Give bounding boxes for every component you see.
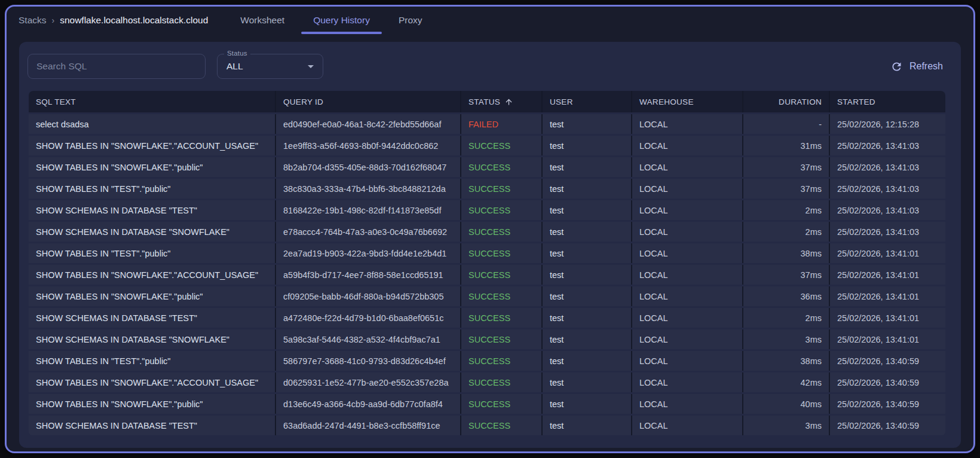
cell-started: 25/02/2026, 13:41:01 (830, 243, 945, 263)
breadcrumb-separator: › (52, 16, 55, 25)
table-row[interactable]: select dsadsaed0490ef-e0a0-46a1-8c42-2fe… (29, 114, 945, 134)
cell-started: 25/02/2026, 12:15:28 (830, 114, 945, 134)
cell-query_id: d13e6c49-a366-4cb9-aa9d-6db77c0fa8f4 (276, 394, 461, 414)
table-row[interactable]: SHOW TABLES IN "TEST"."public"2ea7ad19-b… (29, 243, 945, 263)
cell-sql: SHOW SCHEMAS IN DATABASE "TEST" (29, 416, 276, 435)
cell-query_id: 5a98c3af-5446-4382-a532-4f4cbf9ac7a1 (276, 329, 461, 349)
cell-status: SUCCESS (461, 351, 543, 371)
breadcrumb-stack-name: snowflake.localhost.localstack.cloud (60, 15, 208, 26)
cell-duration: 37ms (743, 179, 830, 199)
cell-warehouse: LOCAL (632, 416, 743, 435)
cell-warehouse: LOCAL (632, 179, 743, 199)
table-row[interactable]: SHOW TABLES IN "SNOWFLAKE"."public"cf092… (29, 286, 945, 306)
table-row[interactable]: SHOW TABLES IN "SNOWFLAKE"."public"d13e6… (29, 394, 945, 414)
table-row[interactable]: SHOW SCHEMAS IN DATABASE "SNOWFLAKE"5a98… (29, 329, 945, 349)
column-header-query_id[interactable]: QUERY ID (276, 91, 461, 112)
query-history-table: SQL TEXTQUERY IDSTATUSUSERWAREHOUSEDURAT… (29, 91, 945, 435)
cell-sql: SHOW TABLES IN "SNOWFLAKE"."ACCOUNT_USAG… (29, 372, 276, 392)
search-input[interactable] (27, 54, 206, 79)
cell-warehouse: LOCAL (632, 265, 743, 285)
column-header-started[interactable]: STARTED (830, 91, 945, 112)
app-window: Stacks › snowflake.localhost.localstack.… (5, 5, 975, 453)
cell-started: 25/02/2026, 13:41:03 (830, 222, 945, 242)
cell-query_id: 8b2ab704-d355-405e-88d3-70d162f68047 (276, 157, 461, 177)
table-body: select dsadsaed0490ef-e0a0-46a1-8c42-2fe… (29, 114, 945, 435)
cell-duration: 3ms (743, 329, 830, 349)
table-row[interactable]: SHOW TABLES IN "SNOWFLAKE"."ACCOUNT_USAG… (29, 136, 945, 155)
cell-user: test (543, 329, 632, 349)
cell-sql: SHOW TABLES IN "SNOWFLAKE"."public" (29, 157, 276, 177)
table-row[interactable]: SHOW SCHEMAS IN DATABASE "TEST"a472480e-… (29, 308, 945, 328)
cell-duration: 2ms (743, 200, 830, 220)
cell-started: 25/02/2026, 13:40:59 (830, 394, 945, 414)
column-header-duration[interactable]: DURATION (743, 91, 830, 112)
status-select[interactable]: Status ALL (217, 54, 323, 79)
cell-sql: SHOW SCHEMAS IN DATABASE "TEST" (29, 308, 276, 328)
tab-worksheet[interactable]: Worksheet (226, 7, 299, 34)
cell-sql: SHOW SCHEMAS IN DATABASE "TEST" (29, 200, 276, 220)
table-row[interactable]: SHOW TABLES IN "TEST"."public"38c830a3-3… (29, 179, 945, 199)
cell-warehouse: LOCAL (632, 286, 743, 306)
table-row[interactable]: SHOW SCHEMAS IN DATABASE "TEST"63ad6add-… (29, 416, 945, 435)
table-row[interactable]: SHOW TABLES IN "SNOWFLAKE"."public"8b2ab… (29, 157, 945, 177)
cell-query_id: cf09205e-babb-46df-880a-b94d572bb305 (276, 286, 461, 306)
cell-duration: 40ms (743, 394, 830, 414)
table-row[interactable]: SHOW TABLES IN "SNOWFLAKE"."ACCOUNT_USAG… (29, 265, 945, 285)
cell-started: 25/02/2026, 13:41:03 (830, 179, 945, 199)
column-header-status[interactable]: STATUS (461, 91, 543, 112)
cell-warehouse: LOCAL (632, 114, 743, 134)
tab-bar: WorksheetQuery HistoryProxy (226, 7, 436, 34)
column-header-warehouse[interactable]: WAREHOUSE (632, 91, 743, 112)
cell-duration: 38ms (743, 351, 830, 371)
column-header-label: STATUS (468, 97, 500, 106)
cell-user: test (543, 308, 632, 328)
cell-status: SUCCESS (461, 222, 543, 242)
cell-started: 25/02/2026, 13:41:03 (830, 157, 945, 177)
column-header-user[interactable]: USER (543, 91, 632, 112)
column-header-sql[interactable]: SQL TEXT (29, 91, 276, 112)
chevron-down-icon (304, 59, 318, 74)
cell-query_id: 2ea7ad19-b903-422a-9bd3-fdd4e1e2b4d1 (276, 243, 461, 263)
refresh-button[interactable]: Refresh (888, 57, 945, 75)
cell-duration: 37ms (743, 157, 830, 177)
cell-duration: 42ms (743, 372, 830, 392)
cell-user: test (543, 179, 632, 199)
cell-query_id: d0625931-1e52-477b-ae20-e552c357e28a (276, 372, 461, 392)
cell-sql: SHOW TABLES IN "TEST"."public" (29, 179, 276, 199)
cell-status: SUCCESS (461, 200, 543, 220)
tab-proxy[interactable]: Proxy (384, 7, 437, 34)
breadcrumb-stacks-link[interactable]: Stacks (19, 15, 47, 26)
table-row[interactable]: SHOW TABLES IN "SNOWFLAKE"."ACCOUNT_USAG… (29, 372, 945, 392)
cell-user: test (543, 136, 632, 155)
cell-warehouse: LOCAL (632, 136, 743, 155)
cell-status: SUCCESS (461, 394, 543, 414)
cell-duration: - (743, 114, 830, 134)
cell-status: SUCCESS (461, 157, 543, 177)
cell-status: SUCCESS (461, 136, 543, 155)
cell-user: test (543, 114, 632, 134)
cell-query_id: 63ad6add-247d-4491-b8e3-ccfb58ff91ce (276, 416, 461, 435)
cell-user: test (543, 372, 632, 392)
cell-started: 25/02/2026, 13:41:03 (830, 136, 945, 155)
cell-user: test (543, 416, 632, 435)
query-history-panel: Status ALL Refresh SQL TEXTQUERY IDSTATU… (19, 42, 961, 448)
tab-query-history[interactable]: Query History (299, 7, 384, 34)
cell-sql: SHOW SCHEMAS IN DATABASE "SNOWFLAKE" (29, 222, 276, 242)
table-row[interactable]: SHOW TABLES IN "TEST"."public"586797e7-3… (29, 351, 945, 371)
cell-status: SUCCESS (461, 329, 543, 349)
cell-sql: SHOW TABLES IN "SNOWFLAKE"."ACCOUNT_USAG… (29, 136, 276, 155)
cell-warehouse: LOCAL (632, 329, 743, 349)
cell-duration: 3ms (743, 416, 830, 435)
cell-user: test (543, 243, 632, 263)
cell-status: SUCCESS (461, 265, 543, 285)
cell-sql: SHOW TABLES IN "TEST"."public" (29, 243, 276, 263)
table-row[interactable]: SHOW SCHEMAS IN DATABASE "SNOWFLAKE"e78a… (29, 222, 945, 242)
cell-status: SUCCESS (461, 308, 543, 328)
table-row[interactable]: SHOW SCHEMAS IN DATABASE "TEST"8168422e-… (29, 200, 945, 220)
cell-query_id: 1ee9ff83-a56f-4693-8b0f-9442ddc0c862 (276, 136, 461, 155)
column-header-label: USER (550, 97, 573, 106)
cell-status: FAILED (461, 114, 543, 134)
cell-user: test (543, 222, 632, 242)
cell-user: test (543, 394, 632, 414)
cell-duration: 37ms (743, 265, 830, 285)
